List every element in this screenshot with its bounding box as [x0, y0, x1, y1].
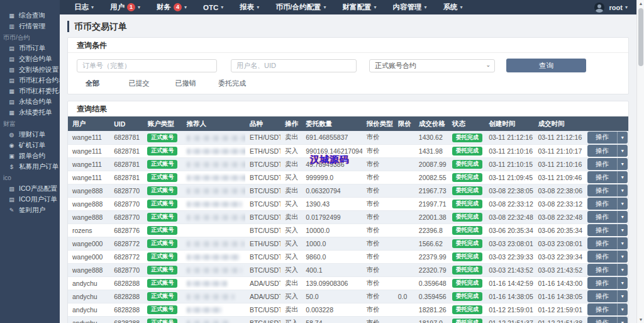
sidebar-item-矿机订单[interactable]: ◉矿机订单	[0, 140, 60, 150]
action-button[interactable]: 操作	[587, 251, 618, 263]
action-button[interactable]: 操作	[587, 171, 618, 183]
referrer-blurred-content	[187, 188, 245, 194]
cell-uid: 6828288	[109, 303, 143, 316]
tab-已撤销[interactable]: 已撤销	[162, 77, 209, 89]
search-button[interactable]: 查询	[506, 59, 586, 72]
action-dropdown-button[interactable]: ▾	[618, 251, 628, 263]
sidebar-item-签到用户[interactable]: ✎签到用户	[0, 205, 60, 215]
action-dropdown-button[interactable]: ▾	[618, 145, 628, 157]
action-dropdown-button[interactable]: ▾	[618, 198, 628, 210]
tab-已提交[interactable]: 已提交	[116, 77, 162, 89]
action-button[interactable]: 操作	[587, 184, 618, 196]
action-dropdown-button[interactable]: ▾	[618, 224, 628, 236]
user-uid-input[interactable]	[231, 59, 357, 72]
action-button[interactable]: 操作	[587, 145, 618, 157]
action-button[interactable]: 操作	[587, 290, 618, 302]
action-button[interactable]: 操作	[587, 198, 618, 210]
action-button[interactable]: 操作	[587, 277, 618, 289]
cell-amount: 10000.0	[301, 224, 362, 237]
action-button[interactable]: 操作	[587, 237, 618, 249]
cell-actions: 操作▾	[583, 250, 628, 263]
order-number-input[interactable]	[77, 59, 217, 72]
tab-全部[interactable]: 全部	[69, 77, 116, 89]
results-panel-title: 查询结果	[68, 101, 628, 116]
table-row: wange1116828781正式账号ETH/USDT卖出691.4685583…	[68, 131, 628, 144]
status-badge: 委托完成	[452, 292, 482, 301]
action-button[interactable]: 操作	[587, 132, 618, 144]
status-badge: 委托完成	[452, 279, 482, 288]
sidebar-item-理财订单[interactable]: ◍理财订单	[0, 129, 60, 140]
action-dropdown-button[interactable]: ▾	[618, 211, 628, 223]
cell-user: rozens	[68, 224, 109, 237]
nav-item-币币/合约配置[interactable]: 币币/合约配置▾	[267, 0, 334, 14]
vertical-scrollbar[interactable]: ▲ ▼	[636, 0, 644, 323]
cell-limit-price	[394, 303, 414, 316]
table-row: wange8886828770正式账号BTC/USDT卖出0.06320794市…	[68, 184, 628, 197]
cell-account-type: 正式账号	[143, 184, 182, 197]
top-navbar: 日志▾用户1▾财务4▾OTC▾报表▾币币/合约配置▾财富配置▾内容管理▾系统▾ …	[60, 0, 636, 14]
action-dropdown-button[interactable]: ▾	[618, 277, 628, 289]
sidebar-item-ICO产品配置[interactable]: ▧ICO产品配置	[0, 183, 60, 194]
nav-item-内容管理[interactable]: 内容管理▾	[385, 0, 435, 14]
navbar-user-area[interactable]: root ▾	[594, 3, 636, 13]
action-button[interactable]: 操作	[587, 317, 618, 323]
action-dropdown-button[interactable]: ▾	[618, 171, 628, 183]
sidebar-item-永续委托单[interactable]: ▦永续委托单	[0, 107, 60, 118]
action-button-group: 操作▾	[587, 290, 628, 302]
cell-symbol: ADA/USDT	[245, 276, 280, 290]
action-button[interactable]: 操作	[587, 158, 618, 170]
action-button-group: 操作▾	[587, 211, 628, 223]
tab-委托完成[interactable]: 委托完成	[209, 77, 255, 89]
cell-account-type: 正式账号	[143, 276, 182, 290]
scrollbar-up-icon[interactable]: ▲	[637, 0, 644, 7]
cell-deal-price: 1566.62	[414, 237, 448, 250]
scrollbar-down-icon[interactable]: ▼	[637, 316, 644, 323]
sidebar-item-跟单合约[interactable]: ▣跟单合约	[0, 150, 60, 161]
sidebar-item-行情管理[interactable]: ▥行情管理	[0, 21, 60, 31]
action-button[interactable]: 操作	[587, 303, 618, 315]
nav-item-系统[interactable]: 系统▾	[435, 0, 471, 14]
action-dropdown-button[interactable]: ▾	[618, 184, 628, 196]
cell-symbol: BTC/USDT	[245, 197, 280, 210]
action-dropdown-button[interactable]: ▾	[618, 132, 628, 144]
sidebar-item-币币杠杆合约单[interactable]: ▤币币杠杆合约单	[0, 75, 60, 86]
nav-item-日志[interactable]: 日志▾	[66, 0, 102, 14]
sidebar-item-永续合约单[interactable]: ▤永续合约单	[0, 96, 60, 107]
action-dropdown-button[interactable]: ▾	[618, 237, 628, 249]
cell-uid: 6828776	[109, 224, 143, 237]
action-dropdown-button[interactable]: ▾	[618, 317, 628, 323]
column-header-actions	[583, 116, 628, 131]
cell-amount: 9860.0	[301, 250, 362, 263]
action-dropdown-button[interactable]: ▾	[618, 290, 628, 302]
cell-status: 委托完成	[448, 144, 484, 157]
action-dropdown-button[interactable]: ▾	[618, 264, 628, 276]
action-dropdown-button[interactable]: ▾	[618, 158, 628, 170]
action-dropdown-button[interactable]: ▾	[618, 303, 628, 315]
cell-referrer	[182, 276, 245, 290]
cell-referrer	[182, 290, 245, 303]
nav-item-财务[interactable]: 财务4▾	[148, 0, 195, 14]
sidebar-item-交割场控设置[interactable]: ▧交割场控设置	[0, 64, 60, 75]
nav-item-财富配置[interactable]: 财富配置▾	[335, 0, 385, 14]
user-menu[interactable]: root ▾	[609, 4, 628, 11]
sidebar-item-币币杠杆委托单[interactable]: ▦币币杠杆委托单	[0, 86, 60, 96]
account-type-badge: 正式账号	[147, 292, 177, 301]
sidebar-item-私募用户订单[interactable]: $私募用户订单	[0, 161, 60, 172]
account-type-select[interactable]: 正式账号合约	[369, 59, 495, 72]
user-avatar-icon[interactable]	[594, 3, 604, 13]
scrollbar-thumb[interactable]	[638, 8, 643, 66]
action-button[interactable]: 操作	[587, 211, 618, 223]
nav-item-报表[interactable]: 报表▾	[231, 0, 267, 14]
sidebar-item-交割合约单[interactable]: ▤交割合约单	[0, 54, 60, 64]
cell-deal-price: 22001.38	[414, 210, 448, 224]
sidebar-item-币币订单[interactable]: ▤币币订单	[0, 43, 60, 54]
finance-order-icon: ◍	[8, 132, 15, 138]
cell-price-type: 市价	[362, 184, 394, 197]
action-button[interactable]: 操作	[587, 264, 618, 276]
nav-item-OTC[interactable]: OTC▾	[195, 0, 231, 14]
action-button[interactable]: 操作	[587, 224, 618, 236]
sidebar-item-综合查询[interactable]: ▦综合查询	[0, 10, 60, 21]
nav-item-用户[interactable]: 用户1▾	[102, 0, 148, 14]
sidebar-item-ICO用户订单[interactable]: ▤ICO用户订单	[0, 194, 60, 205]
cell-status: 委托完成	[448, 224, 484, 237]
